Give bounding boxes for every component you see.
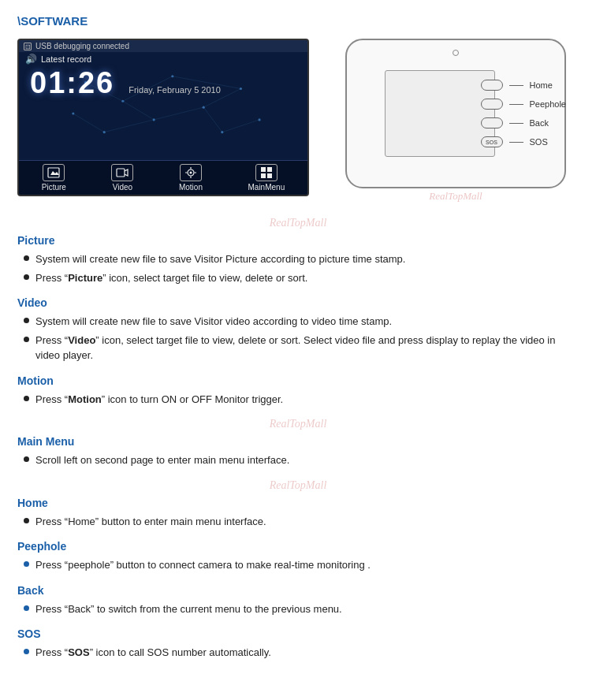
list-item: System will create new file to save Visi… [24,251,579,267]
screen-mockup: ⊡ USB debugging connected 🔊 Latest recor… [17,39,309,196]
list-item: Press “Back” to switch from the current … [24,601,579,617]
phone-btn-sos[interactable]: SOS [481,136,503,147]
bullet-list-motion: Press “Motion” icon to turn ON or OFF Mo… [17,392,579,408]
usb-icon: ⊡ [24,43,32,50]
section-home: HomePress “Home” button to enter main me… [17,497,579,530]
top-section: ⊡ USB debugging connected 🔊 Latest recor… [17,39,579,203]
phone-btn-peephole[interactable] [481,99,503,110]
svg-rect-30 [267,167,272,172]
sections-container: PictureSystem will create new file to sa… [17,234,579,661]
svg-rect-29 [261,167,266,172]
motion-btn-icon [180,164,202,181]
section-title-home: Home [17,497,579,509]
motion-btn-label: Motion [179,183,203,192]
screen-time: 01:26 [30,67,114,100]
bullet-text: System will create new file to save Visi… [35,314,392,330]
page-title: \SOFTWARE [17,14,579,28]
bullet-dot [24,561,29,567]
bold-text: Picture [68,272,102,284]
mainmenu-btn-icon [255,164,278,181]
list-item: Press “Home” button to enter main menu i… [24,514,579,530]
mid-watermark: RealTopMall [17,217,579,229]
bullet-text: Scroll left on second page to enter main… [35,452,289,468]
section-title-sos: SOS [17,627,579,640]
section-mainmenu: Main MenuScroll left on second page to e… [17,435,579,468]
phone-line-back [509,123,523,124]
section-sos: SOSPress “SOS” icon to call SOS number a… [17,627,579,661]
watermark-after-motion: RealTopMall [17,418,579,430]
screen-bottom-bar: Picture Video Motion [19,160,307,195]
bullet-dot [24,649,29,654]
phone-btn-row-peephole: Peephole [481,99,567,110]
status-bar: ⊡ USB debugging connected [19,40,307,52]
recording-label: Latest record [41,54,91,64]
bullet-text: Press “SOS” icon to call SOS number auto… [35,645,271,661]
bullet-dot [24,396,29,401]
bullet-list-mainmenu: Scroll left on second page to enter main… [17,452,579,468]
network-bg: 01:26 Friday, February 5 2010 [19,64,307,163]
phone-label-back: Back [530,118,549,128]
bullet-text: Press “Motion” icon to turn ON or OFF Mo… [35,392,283,408]
phone-diagram: Home Peephole Back SOS S [333,39,579,203]
bullet-text: System will create new file to save Visi… [35,251,405,267]
svg-rect-22 [117,169,125,177]
phone-watermark: RealTopMall [429,190,482,203]
list-item: Press “peephole” button to connect camer… [24,557,579,573]
svg-rect-31 [261,173,266,178]
phone-btn-back[interactable] [481,117,503,128]
list-item: Press “Motion” icon to turn ON or OFF Mo… [24,392,579,408]
section-title-motion: Motion [17,374,579,387]
bold-text: Motion [68,393,102,405]
screen-btn-mainmenu[interactable]: MainMenu [248,164,285,192]
screen-btn-video[interactable]: Video [111,164,133,192]
bullet-list-back: Press “Back” to switch from the current … [17,601,579,617]
phone-line-sos [509,142,523,143]
phone-screen-area [385,70,495,157]
status-text: USB debugging connected [35,42,129,50]
bullet-dot [24,255,29,261]
phone-btn-home[interactable] [481,80,503,91]
bullet-dot [24,605,29,611]
svg-marker-21 [50,171,59,175]
speaker-icon: 🔊 [25,54,37,65]
bullet-dot [24,318,29,323]
section-title-peephole: Peephole [17,540,579,553]
picture-btn-icon [43,164,65,181]
section-title-back: Back [17,584,579,597]
bullet-text: Press “Home” button to enter main menu i… [35,514,266,530]
bullet-dot [24,337,29,342]
phone-label-peephole: Peephole [530,99,567,109]
section-title-picture: Picture [17,234,579,247]
watermark-after-mainmenu: RealTopMall [17,479,579,492]
list-item: Press “Picture” icon, select target file… [24,270,579,286]
bullet-text: Press “Picture” icon, select target file… [35,270,307,286]
bullet-text: Press “Back” to switch from the current … [35,601,342,617]
section-peephole: PeepholePress “peephole” button to conne… [17,540,579,573]
phone-btn-row-home: Home [481,80,567,91]
bullet-text: Press “peephole” button to connect camer… [35,557,371,573]
picture-btn-label: Picture [42,183,66,192]
video-btn-icon [111,164,133,181]
bullet-list-peephole: Press “peephole” button to connect camer… [17,557,579,573]
list-item: Press “Video” icon, select target file t… [24,333,579,363]
screen-btn-picture[interactable]: Picture [42,164,66,192]
list-item: Scroll left on second page to enter main… [24,452,579,468]
bullet-list-sos: Press “SOS” icon to call SOS number auto… [17,645,579,661]
section-motion: MotionPress “Motion” icon to turn ON or … [17,374,579,408]
svg-rect-32 [267,173,272,178]
phone-btn-row-sos: SOS SOS [481,136,567,147]
phone-buttons: Home Peephole Back SOS S [481,80,567,147]
bullet-dot [24,456,29,462]
bullet-dot [24,518,29,523]
bold-text: SOS [68,646,89,658]
section-picture: PictureSystem will create new file to sa… [17,234,579,285]
phone-label-sos: SOS [530,137,548,147]
bullet-dot [24,274,29,280]
svg-point-24 [189,172,192,174]
phone-line-peephole [509,104,523,105]
phone-camera-dot [453,50,459,56]
bullet-list-picture: System will create new file to save Visi… [17,251,579,285]
section-video: VideoSystem will create new file to save… [17,296,579,363]
screen-btn-motion[interactable]: Motion [179,164,203,192]
phone-outline: Home Peephole Back SOS S [345,39,566,188]
